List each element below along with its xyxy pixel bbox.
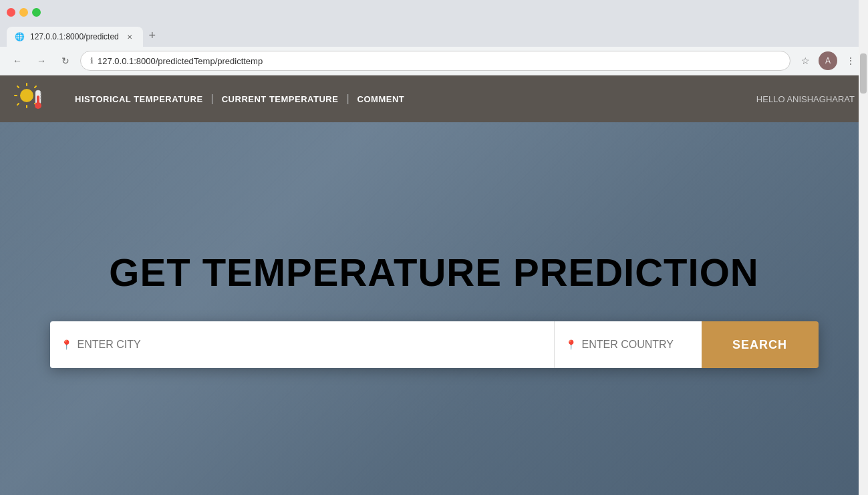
secure-icon: ℹ: [90, 56, 94, 65]
address-bar[interactable]: ℹ 127.0.0.1:8000/predictedTemp/predictte…: [80, 51, 790, 71]
nav-historical-temp[interactable]: HISTORICAL TEMPERATURE: [67, 89, 211, 110]
city-pin-icon: 📍: [61, 339, 72, 350]
tab-title: 127.0.0.1:8000/predicted: [30, 32, 119, 41]
svg-line-5: [17, 86, 19, 88]
hero-section: GET TEMPERATURE PREDICTION 📍 📍 SEARCH: [0, 122, 868, 495]
brand-logo-icon: [13, 82, 47, 116]
forward-button[interactable]: →: [32, 51, 51, 70]
tab-favicon: 🌐: [15, 32, 25, 41]
search-button[interactable]: SEARCH: [702, 321, 819, 368]
menu-button[interactable]: ⋮: [841, 51, 860, 70]
window-close-button[interactable]: [7, 8, 15, 17]
app-navbar: HISTORICAL TEMPERATURE | CURRENT TEMPERA…: [0, 75, 868, 122]
tab-close-button[interactable]: ✕: [124, 31, 135, 42]
window-maximize-button[interactable]: [32, 8, 41, 17]
url-text: 127.0.0.1:8000/predictedTemp/predicttemp: [98, 56, 780, 66]
svg-point-11: [35, 102, 41, 109]
back-button[interactable]: ←: [8, 51, 27, 70]
bookmark-button[interactable]: ☆: [796, 51, 815, 70]
scrollbar-thumb[interactable]: [860, 53, 867, 94]
profile-avatar[interactable]: A: [819, 51, 837, 70]
browser-tab[interactable]: 🌐 127.0.0.1:8000/predicted ✕: [7, 27, 143, 47]
hero-background: [0, 122, 868, 495]
hero-title: GET TEMPERATURE PREDICTION: [109, 250, 758, 295]
svg-point-0: [20, 89, 33, 102]
country-input[interactable]: [582, 339, 716, 351]
search-bar: 📍 📍 SEARCH: [50, 321, 819, 368]
navbar-nav: HISTORICAL TEMPERATURE | CURRENT TEMPERA…: [67, 89, 855, 110]
new-tab-button[interactable]: +: [143, 26, 162, 45]
country-input-container: 📍: [555, 321, 702, 368]
nav-comment[interactable]: COMMENT: [349, 89, 413, 110]
nav-current-temp[interactable]: CURRENT TEMPERATURE: [214, 89, 347, 110]
reload-button[interactable]: ↻: [56, 51, 75, 70]
city-input-container: 📍: [50, 321, 555, 368]
city-input[interactable]: [78, 339, 543, 351]
scrollbar[interactable]: [859, 0, 868, 495]
window-minimize-button[interactable]: [19, 8, 28, 17]
svg-line-7: [35, 86, 36, 88]
svg-line-8: [17, 104, 19, 105]
user-greeting: HELLO ANISHAGHARAT: [756, 94, 855, 104]
country-pin-icon: 📍: [565, 339, 577, 350]
brand-logo-container: [13, 82, 47, 116]
